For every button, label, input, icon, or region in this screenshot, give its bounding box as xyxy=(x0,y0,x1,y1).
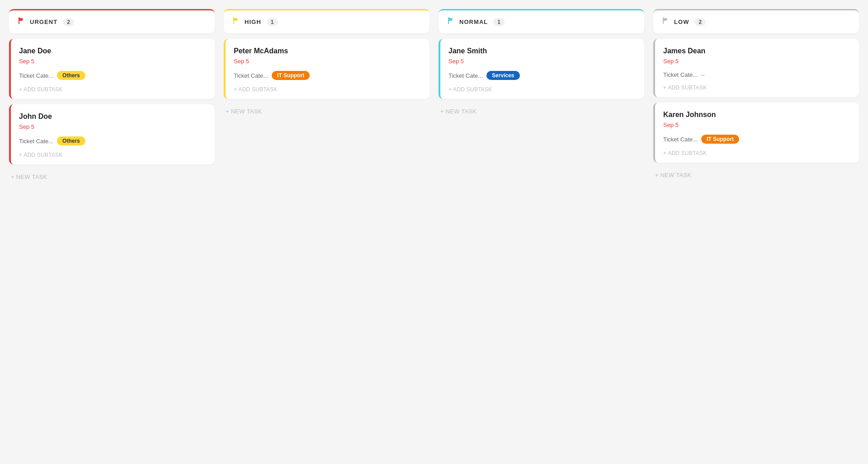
card-category-row: Ticket Cate...IT Support xyxy=(234,71,421,80)
card-category-label: Ticket Cate... xyxy=(448,72,483,79)
card-category-dash: – xyxy=(701,71,705,78)
new-task-button-normal[interactable]: + NEW TASK xyxy=(439,104,644,118)
card-low-1: Karen JohnsonSep 5Ticket Cate...IT Suppo… xyxy=(653,103,859,163)
card-badge: IT Support xyxy=(701,135,739,144)
card-badge: Services xyxy=(486,71,519,80)
card-category-label: Ticket Cate... xyxy=(19,72,53,79)
card-category-row: Ticket Cate...– xyxy=(663,71,851,78)
column-normal: NORMAL1Jane SmithSep 5Ticket Cate...Serv… xyxy=(439,9,644,184)
card-name: Karen Johnson xyxy=(663,111,851,119)
card-category-row: Ticket Cate...IT Support xyxy=(663,135,851,144)
column-high: HIGH1Peter McAdamsSep 5Ticket Cate...IT … xyxy=(224,9,429,184)
add-subtask-button[interactable]: + ADD SUBTASK xyxy=(19,86,207,93)
card-badge: Others xyxy=(57,136,85,145)
card-name: Peter McAdams xyxy=(234,47,421,55)
card-date: Sep 5 xyxy=(448,58,636,65)
flag-icon-high xyxy=(232,17,240,27)
card-name: John Doe xyxy=(19,112,207,121)
card-name: Jane Doe xyxy=(19,47,207,55)
add-subtask-button[interactable]: + ADD SUBTASK xyxy=(19,152,207,158)
column-title-urgent: URGENT xyxy=(30,19,57,25)
add-subtask-button[interactable]: + ADD SUBTASK xyxy=(663,84,851,91)
card-category-row: Ticket Cate...Services xyxy=(448,71,636,80)
card-category-label: Ticket Cate... xyxy=(663,136,698,143)
column-header-high: HIGH1 xyxy=(224,9,429,33)
card-category-label: Ticket Cate... xyxy=(234,72,268,79)
card-date: Sep 5 xyxy=(19,58,207,65)
new-task-button-high[interactable]: + NEW TASK xyxy=(224,104,429,118)
column-count-low: 2 xyxy=(694,18,706,26)
card-date: Sep 5 xyxy=(663,122,851,128)
column-title-low: LOW xyxy=(674,19,689,25)
card-category-label: Ticket Cate... xyxy=(663,71,698,78)
flag-icon-low xyxy=(661,17,670,27)
new-task-button-urgent[interactable]: + NEW TASK xyxy=(9,170,215,184)
card-category-row: Ticket Cate...Others xyxy=(19,136,207,145)
column-count-urgent: 2 xyxy=(63,18,74,26)
card-high-0: Peter McAdamsSep 5Ticket Cate...IT Suppo… xyxy=(224,39,429,99)
card-date: Sep 5 xyxy=(663,58,851,65)
svg-rect-2 xyxy=(234,18,237,21)
flag-icon-urgent xyxy=(17,17,25,27)
card-date: Sep 5 xyxy=(19,123,207,130)
card-category-label: Ticket Cate... xyxy=(19,138,53,145)
add-subtask-button[interactable]: + ADD SUBTASK xyxy=(448,86,636,93)
kanban-board: URGENT2Jane DoeSep 5Ticket Cate...Others… xyxy=(9,9,859,184)
svg-rect-0 xyxy=(19,18,23,21)
add-subtask-button[interactable]: + ADD SUBTASK xyxy=(234,86,421,93)
card-name: Jane Smith xyxy=(448,47,636,55)
card-name: James Dean xyxy=(663,47,851,55)
card-normal-0: Jane SmithSep 5Ticket Cate...Services+ A… xyxy=(439,39,644,99)
svg-rect-6 xyxy=(663,18,667,21)
column-title-high: HIGH xyxy=(245,19,261,25)
add-subtask-button[interactable]: + ADD SUBTASK xyxy=(663,150,851,156)
column-title-normal: NORMAL xyxy=(459,19,488,25)
column-count-high: 1 xyxy=(267,18,278,26)
column-header-low: LOW2 xyxy=(653,9,859,33)
card-badge: IT Support xyxy=(272,71,310,80)
card-category-row: Ticket Cate...Others xyxy=(19,71,207,80)
svg-rect-4 xyxy=(448,18,452,21)
new-task-button-low[interactable]: + NEW TASK xyxy=(653,168,859,182)
column-header-normal: NORMAL1 xyxy=(439,9,644,33)
card-badge: Others xyxy=(57,71,85,80)
column-low: LOW2James DeanSep 5Ticket Cate...–+ ADD … xyxy=(653,9,859,184)
column-count-normal: 1 xyxy=(493,18,505,26)
card-urgent-0: Jane DoeSep 5Ticket Cate...Others+ ADD S… xyxy=(9,39,215,99)
flag-icon-normal xyxy=(447,17,455,27)
card-low-0: James DeanSep 5Ticket Cate...–+ ADD SUBT… xyxy=(653,39,859,97)
column-header-urgent: URGENT2 xyxy=(9,9,215,33)
card-urgent-1: John DoeSep 5Ticket Cate...Others+ ADD S… xyxy=(9,104,215,164)
column-urgent: URGENT2Jane DoeSep 5Ticket Cate...Others… xyxy=(9,9,215,184)
card-date: Sep 5 xyxy=(234,58,421,65)
